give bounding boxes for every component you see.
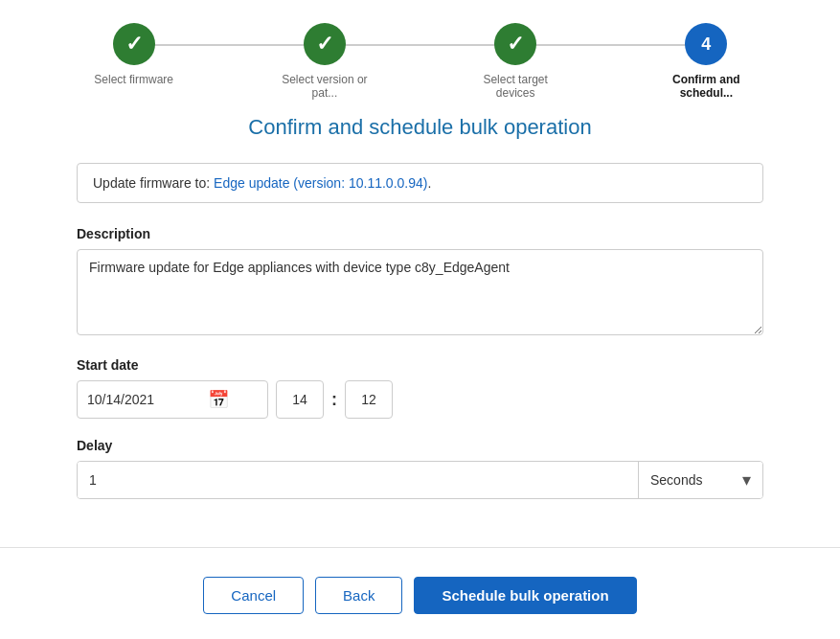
delay-label: Delay <box>77 438 763 453</box>
schedule-button[interactable]: Schedule bulk operation <box>414 577 636 614</box>
checkmark-icon-3: ✓ <box>507 32 524 57</box>
footer: Cancel Back Schedule bulk operation <box>0 547 840 633</box>
content-area: Update firmware to: Edge update (version… <box>0 159 840 518</box>
hour-input[interactable] <box>276 380 324 419</box>
date-input-wrapper[interactable]: 📅 <box>77 380 268 419</box>
step-label-2: Select version or pat... <box>272 73 377 100</box>
step-label-1: Select firmware <box>94 73 173 86</box>
time-separator: : <box>331 390 337 410</box>
delay-group: Delay Seconds ▾ <box>77 438 763 499</box>
back-button[interactable]: Back <box>315 577 402 614</box>
description-group: Description Firmware update for Edge app… <box>77 226 763 338</box>
dropdown-arrow-icon: ▾ <box>742 469 751 491</box>
step-circle-4: 4 <box>685 23 727 65</box>
delay-row: Seconds ▾ <box>77 461 763 499</box>
step-circle-3: ✓ <box>494 23 536 65</box>
cancel-button[interactable]: Cancel <box>203 577 304 614</box>
info-suffix: . <box>427 175 431 191</box>
checkmark-icon-1: ✓ <box>125 32 143 57</box>
stepper: ✓ Select firmware ✓ Select version or pa… <box>0 0 840 115</box>
info-box: Update firmware to: Edge update (version… <box>77 163 763 203</box>
page-title: Confirm and schedule bulk operation <box>0 115 840 140</box>
step-label-4: Confirm and schedul... <box>653 73 759 100</box>
delay-unit-text: Seconds <box>650 472 702 488</box>
stepper-step-2: ✓ Select version or pat... <box>229 23 420 100</box>
minute-input[interactable] <box>345 380 393 419</box>
delay-input[interactable] <box>78 462 638 498</box>
step-label-3: Select target devices <box>463 73 568 100</box>
start-date-label: Start date <box>77 357 763 373</box>
start-date-group: Start date 📅 : <box>77 357 763 419</box>
date-input[interactable] <box>87 392 202 407</box>
stepper-step-3: ✓ Select target devices <box>420 23 611 100</box>
stepper-step-1: ✓ Select firmware <box>38 23 229 86</box>
description-label: Description <box>77 226 763 241</box>
stepper-step-4: 4 Confirm and schedul... <box>611 23 802 100</box>
calendar-icon[interactable]: 📅 <box>208 389 229 410</box>
delay-unit-select[interactable]: Seconds ▾ <box>638 462 762 498</box>
description-textarea[interactable]: Firmware update for Edge appliances with… <box>77 249 763 335</box>
info-highlight: Edge update (version: 10.11.0.0.94) <box>214 175 427 191</box>
checkmark-icon-2: ✓ <box>316 32 333 57</box>
step-circle-2: ✓ <box>304 23 346 65</box>
step-number-4: 4 <box>701 34 711 55</box>
step-circle-1: ✓ <box>113 23 155 65</box>
date-row: 📅 : <box>77 380 763 419</box>
info-prefix: Update firmware to: <box>93 175 214 191</box>
content-scroll: Update firmware to: Edge update (version… <box>77 159 763 518</box>
